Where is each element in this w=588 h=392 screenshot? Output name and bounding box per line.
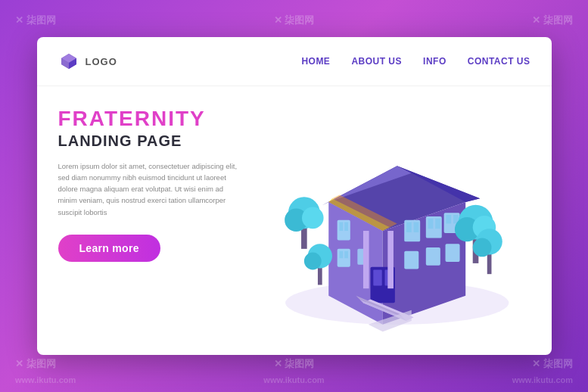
svg-rect-26 [337,249,350,267]
svg-rect-31 [406,222,412,232]
svg-point-50 [472,238,491,257]
watermark-top-center: ✕ 柒图网 [274,14,315,27]
svg-rect-37 [446,215,451,223]
svg-rect-32 [413,222,418,232]
svg-rect-23 [337,220,350,241]
watermark-bottom-center: ✕ 柒图网 [274,357,315,371]
svg-point-8 [302,207,324,229]
svg-point-53 [303,253,321,270]
watermark-url-br: www.ikutu.com [512,375,573,384]
svg-rect-34 [428,219,433,229]
navbar: LOGO HOME ABOUT US INFO CONTACT US [37,37,552,86]
svg-rect-25 [344,222,348,231]
svg-rect-24 [339,222,343,231]
nav-home[interactable]: HOME [301,56,330,67]
svg-rect-41 [445,244,459,262]
logo-text: LOGO [86,56,117,67]
nav-info[interactable]: INFO [423,56,446,67]
learn-more-button[interactable]: Learn more [58,235,160,262]
watermark-bottom-right: ✕ 柒图网 [532,357,573,371]
nav-links: HOME ABOUT US INFO CONTACT US [301,56,530,67]
hero-title-line2: LANDING PAGE [58,132,241,150]
logo-icon [58,51,79,72]
left-panel: FRATERNITY LANDING PAGE Lorem ipsum dolo… [58,107,257,340]
watermark-url-bl: www.ikutu.com [15,375,76,384]
svg-rect-39 [404,251,418,269]
hero-body-text: Lorem ipsum dolor sit amet, consectetuer… [58,160,241,218]
svg-rect-42 [363,231,369,288]
svg-rect-43 [387,231,394,288]
svg-rect-40 [425,247,440,266]
hero-title-line1: FRATERNITY [58,107,241,131]
watermark-url-bc: www.ikutu.com [263,375,324,384]
watermark-top-left: ✕ 柒图网 [15,14,56,27]
building-svg [257,107,530,340]
watermark-bottom-left: ✕ 柒图网 [15,357,56,371]
svg-rect-28 [344,251,348,259]
building-illustration-container [257,107,530,340]
logo-area: LOGO [58,51,117,72]
svg-rect-35 [435,219,440,229]
nav-about[interactable]: ABOUT US [351,56,402,67]
landing-page-card: LOGO HOME ABOUT US INFO CONTACT US FRATE… [37,37,552,355]
main-content: FRATERNITY LANDING PAGE Lorem ipsum dolo… [37,86,552,355]
svg-rect-18 [373,269,381,285]
svg-rect-27 [339,251,343,259]
watermark-top-right: ✕ 柒图网 [532,14,573,27]
nav-contact[interactable]: CONTACT US [468,56,530,67]
